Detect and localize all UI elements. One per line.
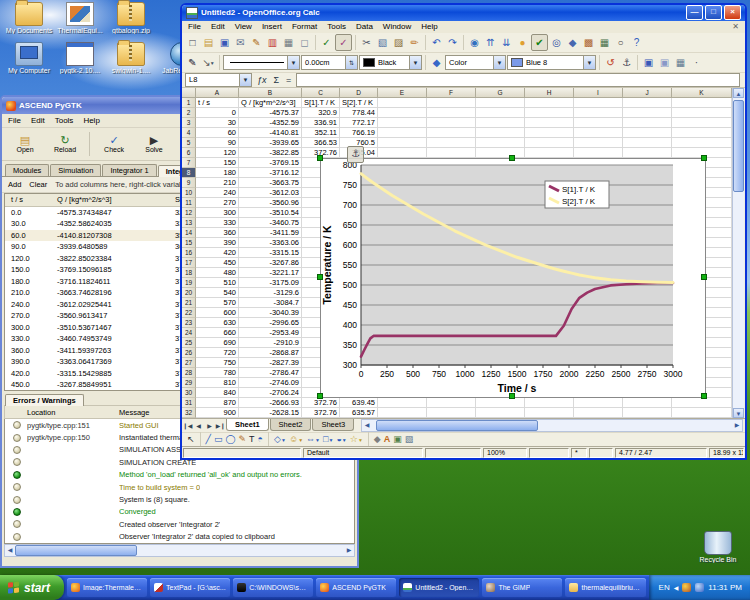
language-indicator[interactable]: EN [659, 583, 670, 592]
cell-B11[interactable]: -3560.96 [239, 198, 302, 208]
selection-handle[interactable] [701, 155, 707, 161]
stars-icon[interactable]: ☆▼ [350, 434, 363, 444]
row-header-28[interactable]: 28 [182, 368, 196, 378]
cell-G5[interactable] [476, 138, 525, 148]
row-header-26[interactable]: 26 [182, 348, 196, 358]
add-button[interactable]: Add [8, 180, 21, 189]
save-icon[interactable]: ▣ [217, 35, 232, 50]
symbol-shapes-icon[interactable]: ☺▼ [289, 434, 303, 444]
line-color-select[interactable]: Black▼ [359, 55, 422, 70]
sum-button[interactable]: Σ [272, 75, 282, 85]
next-sheet-button[interactable]: ▶ [204, 422, 215, 429]
display-tray-icon[interactable] [695, 583, 704, 592]
cell-J32[interactable] [623, 408, 672, 418]
format-paintbrush-icon[interactable]: ✏ [407, 35, 422, 50]
cell-D4[interactable]: 766.19 [340, 128, 378, 138]
minimize-button[interactable]: — [686, 5, 703, 20]
row-header-3[interactable]: 3 [182, 118, 196, 128]
name-box[interactable]: L8▼ [185, 73, 252, 87]
cell-H31[interactable] [525, 398, 574, 408]
row-header-9[interactable]: 9 [182, 178, 196, 188]
bring-to-front-icon[interactable]: ▣ [641, 55, 656, 70]
cell-K2[interactable] [672, 108, 732, 118]
cell-G3[interactable] [476, 118, 525, 128]
cell-B20[interactable]: -3129.6 [239, 288, 302, 298]
sheet-tab-sheet1[interactable]: Sheet1 [226, 419, 269, 431]
cell-D31[interactable]: 639.45 [340, 398, 378, 408]
scrollbar-thumb[interactable] [733, 100, 744, 192]
cell-B21[interactable]: -3084.7 [239, 298, 302, 308]
cell-B8[interactable]: -3716.12 [239, 168, 302, 178]
cell-B3[interactable]: -4352.59 [239, 118, 302, 128]
selection-handle[interactable] [701, 274, 707, 280]
cell-B12[interactable]: -3510.54 [239, 208, 302, 218]
cell-F1[interactable] [427, 98, 476, 108]
grid-hscrollbar[interactable]: ◀ ▶ [361, 419, 743, 432]
cell-E31[interactable] [378, 398, 427, 408]
redo-icon[interactable]: ↷ [445, 35, 460, 50]
data-sources-icon[interactable]: ▦ [597, 35, 612, 50]
pen-icon[interactable]: ✎ [185, 55, 200, 70]
embedded-chart[interactable]: 3003504004505005506006507007508000250500… [320, 158, 706, 398]
cell-A31[interactable]: 870 [196, 398, 239, 408]
scroll-right-arrow[interactable]: ▶ [344, 546, 354, 555]
cell-B14[interactable]: -3411.59 [239, 228, 302, 238]
cell-B19[interactable]: -3175.09 [239, 278, 302, 288]
cell-K32[interactable] [672, 408, 732, 418]
cell-H5[interactable] [525, 138, 574, 148]
ascend-menu-edit[interactable]: Edit [31, 116, 45, 125]
cell-I3[interactable] [574, 118, 623, 128]
export-pdf-icon[interactable]: ▥ [265, 35, 280, 50]
cell-A12[interactable]: 300 [196, 208, 239, 218]
ascend-menu-help[interactable]: Help [83, 116, 99, 125]
taskbar-button-calc[interactable]: Untitled2 - OpenO... [399, 578, 479, 597]
cell-F4[interactable] [427, 128, 476, 138]
cell-A1[interactable]: t / s [196, 98, 239, 108]
rotate-icon[interactable]: ↺ [603, 55, 618, 70]
cell-A26[interactable]: 720 [196, 348, 239, 358]
select-arrow-icon[interactable]: ↖ [187, 434, 195, 444]
column-header-E[interactable]: E [378, 88, 427, 98]
sort-ascending-icon[interactable]: ⇈ [483, 35, 498, 50]
desktop-icon-pygtk-2-10-[interactable]: pygtk-2.10.... [55, 42, 105, 74]
cell-G1[interactable] [476, 98, 525, 108]
cell-F31[interactable] [427, 398, 476, 408]
cell-H3[interactable] [525, 118, 574, 128]
cell-C5[interactable]: 366.53 [302, 138, 340, 148]
cell-G32[interactable] [476, 408, 525, 418]
cell-A25[interactable]: 690 [196, 338, 239, 348]
scroll-left-arrow[interactable]: ◀ [362, 421, 372, 430]
cell-A11[interactable]: 270 [196, 198, 239, 208]
cell-H1[interactable] [525, 98, 574, 108]
cell-E5[interactable] [378, 138, 427, 148]
cell-J6[interactable] [623, 148, 672, 158]
edit-icon[interactable]: ✎ [249, 35, 264, 50]
navigator-icon[interactable]: ◆ [565, 35, 580, 50]
row-header-5[interactable]: 5 [182, 138, 196, 148]
ellipse-tool-icon[interactable]: ◯ [225, 434, 235, 444]
cell-F5[interactable] [427, 138, 476, 148]
column-header-C[interactable]: C [302, 88, 340, 98]
cell-A4[interactable]: 60 [196, 128, 239, 138]
row-header-2[interactable]: 2 [182, 108, 196, 118]
calc-menu-data[interactable]: Data [356, 22, 373, 31]
row-header-12[interactable]: 12 [182, 208, 196, 218]
row-header-21[interactable]: 21 [182, 298, 196, 308]
cell-K1[interactable] [672, 98, 732, 108]
scrollbar-thumb[interactable] [376, 420, 538, 431]
calc-titlebar[interactable]: Untitled2 - OpenOffice.org Calc — □ × [182, 5, 745, 21]
line-tool-icon[interactable]: ╱ [206, 434, 211, 444]
cell-A6[interactable]: 120 [196, 148, 239, 158]
calc-menu-tools[interactable]: Tools [327, 22, 346, 31]
cell-B10[interactable]: -3612.03 [239, 188, 302, 198]
fontwork-icon[interactable]: A [384, 434, 391, 444]
cell-A28[interactable]: 780 [196, 368, 239, 378]
observer-column-header[interactable]: Q / [kg*m^2/s^3] [51, 195, 169, 204]
calc-menu-format[interactable]: Format [292, 22, 317, 31]
cell-G2[interactable] [476, 108, 525, 118]
cell-D32[interactable]: 635.57 [340, 408, 378, 418]
taskbar-button-ascend[interactable]: ASCEND PyGTK [316, 578, 396, 597]
row-header-23[interactable]: 23 [182, 318, 196, 328]
cell-A19[interactable]: 510 [196, 278, 239, 288]
column-header-F[interactable]: F [427, 88, 476, 98]
